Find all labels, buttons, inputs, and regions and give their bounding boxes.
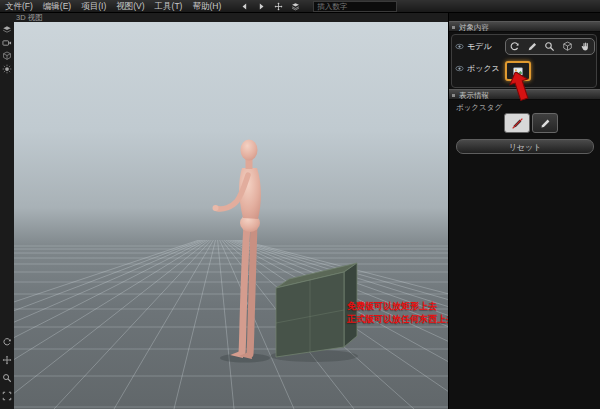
box-tag-label: ボックスタグ xyxy=(456,103,502,113)
orbit-view-icon[interactable] xyxy=(2,337,12,347)
zoom-view-icon[interactable] xyxy=(2,373,12,383)
camera-icon[interactable] xyxy=(2,38,12,48)
model-visibility-eye-icon[interactable] xyxy=(455,42,464,51)
object-row-box[interactable]: ボックス xyxy=(467,63,500,74)
model-tools-toolbar xyxy=(505,38,595,55)
viewport-3d[interactable]: 免费版可以放矩形上去 正式版可以放任何东西上去 xyxy=(14,22,448,409)
cube-icon[interactable] xyxy=(2,51,12,61)
annotation-text: 免费版可以放矩形上去 正式版可以放任何东西上去 xyxy=(347,300,448,326)
back-icon[interactable] xyxy=(238,1,250,12)
tag-edit-button[interactable] xyxy=(532,113,558,133)
object-row-model[interactable]: モデル xyxy=(467,41,492,52)
fit-view-icon[interactable] xyxy=(2,391,12,401)
annotation-line-2: 正式版可以放任何东西上去 xyxy=(347,313,448,326)
tab-3d-view[interactable]: 3D 视图 xyxy=(16,13,43,22)
box-visibility-eye-icon[interactable] xyxy=(455,64,464,73)
annotation-line-1: 免费版可以放矩形上去 xyxy=(347,300,448,313)
menu-project[interactable]: 项目(I) xyxy=(76,0,111,13)
reset-button[interactable]: リセット xyxy=(456,139,594,154)
number-input[interactable] xyxy=(313,1,397,12)
menu-view[interactable]: 视图(V) xyxy=(111,0,149,13)
right-panel: 対象内容 モデル ボックス xyxy=(448,13,600,409)
ground-grid-rows xyxy=(14,246,448,407)
scene-canvas[interactable] xyxy=(14,22,448,409)
objects-section-header: 対象内容 xyxy=(449,21,600,32)
mannequin-figure[interactable] xyxy=(213,140,271,363)
hand-tool-icon[interactable] xyxy=(580,41,591,52)
cube-tool-icon[interactable] xyxy=(562,41,573,52)
left-toolbar xyxy=(0,22,14,409)
move-icon[interactable] xyxy=(272,1,284,12)
panels-icon[interactable] xyxy=(2,25,12,35)
menu-bar: 文件(F) 编辑(E) 项目(I) 视图(V) 工具(T) 帮助(H) xyxy=(0,0,600,13)
nav-icons xyxy=(238,1,301,12)
menu-tools[interactable]: 工具(T) xyxy=(150,0,188,13)
viewport-tab-bar: 3D 视图 xyxy=(0,13,448,22)
magnifier-tool-icon[interactable] xyxy=(544,41,555,52)
tag-edit-disabled-button[interactable] xyxy=(504,113,530,133)
layers-icon[interactable] xyxy=(289,1,301,12)
pan-view-icon[interactable] xyxy=(2,355,12,365)
menu-file[interactable]: 文件(F) xyxy=(0,0,38,13)
menu-edit[interactable]: 编辑(E) xyxy=(38,0,76,13)
menu-help[interactable]: 帮助(H) xyxy=(187,0,226,13)
pencil-tool-icon[interactable] xyxy=(527,41,538,52)
app-window: 文件(F) 编辑(E) 项目(I) 视图(V) 工具(T) 帮助(H) 3D 视… xyxy=(0,0,600,409)
light-icon[interactable] xyxy=(2,64,12,74)
orbit-tool-icon[interactable] xyxy=(509,41,520,52)
forward-icon[interactable] xyxy=(255,1,267,12)
